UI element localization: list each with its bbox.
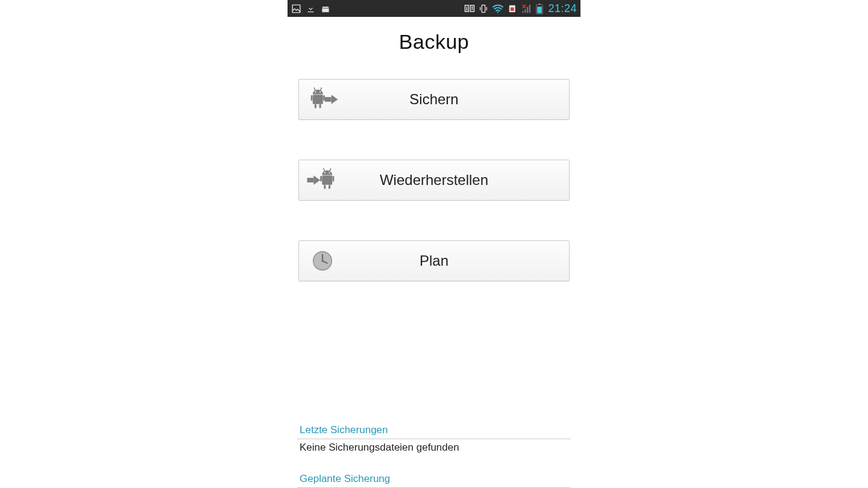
svg-rect-3 bbox=[482, 5, 485, 12]
sync-icon bbox=[464, 2, 475, 14]
svg-rect-0 bbox=[292, 5, 300, 13]
play-store-icon bbox=[320, 2, 331, 14]
svg-rect-6 bbox=[511, 7, 514, 11]
scheduled-backup-header: Geplante Sicherung bbox=[297, 473, 571, 488]
last-backups-header: Letzte Sicherungen bbox=[297, 424, 571, 439]
sim-card-icon bbox=[508, 2, 518, 14]
page-title: Backup bbox=[297, 30, 571, 54]
backup-button-label: Sichern bbox=[299, 91, 569, 108]
svg-rect-16 bbox=[320, 87, 322, 91]
restore-button[interactable]: Wiederherstellen bbox=[298, 160, 570, 201]
phone-screen: 21:24 Backup bbox=[288, 0, 580, 488]
no-signal-icon bbox=[521, 2, 532, 14]
battery-icon bbox=[536, 2, 543, 14]
svg-rect-27 bbox=[329, 168, 331, 172]
spacer bbox=[297, 281, 571, 411]
svg-rect-9 bbox=[538, 7, 542, 13]
status-left-icons bbox=[291, 2, 331, 14]
last-backups-body: Keine Sicherungsdateien gefunden bbox=[297, 439, 571, 460]
backup-button[interactable]: Sichern bbox=[298, 79, 570, 120]
download-icon bbox=[306, 2, 315, 14]
status-clock: 21:24 bbox=[547, 2, 577, 15]
gallery-icon bbox=[291, 2, 301, 14]
wifi-icon bbox=[492, 2, 504, 14]
svg-rect-8 bbox=[539, 3, 541, 4]
svg-rect-15 bbox=[313, 87, 315, 91]
plan-button[interactable]: Plan bbox=[298, 240, 570, 281]
svg-rect-26 bbox=[323, 168, 325, 172]
stage: 21:24 Backup bbox=[0, 0, 868, 488]
svg-point-4 bbox=[497, 11, 498, 13]
status-bar: 21:24 bbox=[288, 0, 580, 17]
vibrate-icon bbox=[479, 2, 488, 14]
plan-button-label: Plan bbox=[299, 252, 569, 269]
restore-button-label: Wiederherstellen bbox=[299, 172, 569, 189]
status-right-icons: 21:24 bbox=[464, 2, 577, 15]
screen-content: Backup bbox=[288, 17, 580, 488]
